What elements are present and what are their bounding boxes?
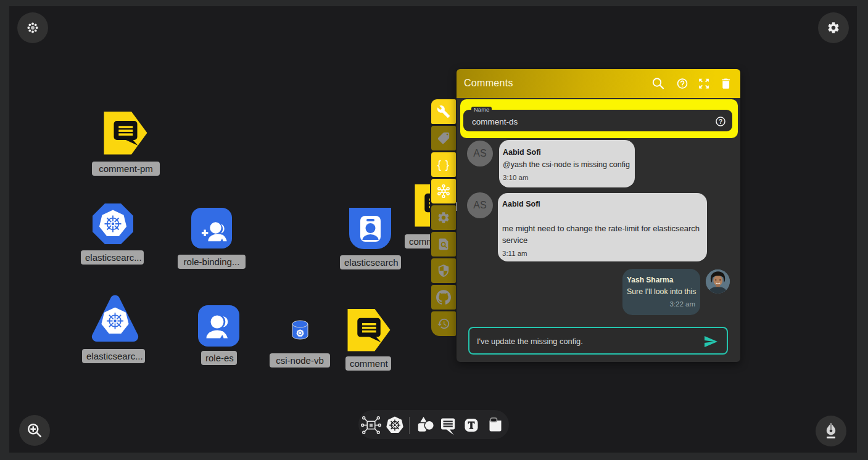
svg-text:?: ? [719, 118, 722, 125]
